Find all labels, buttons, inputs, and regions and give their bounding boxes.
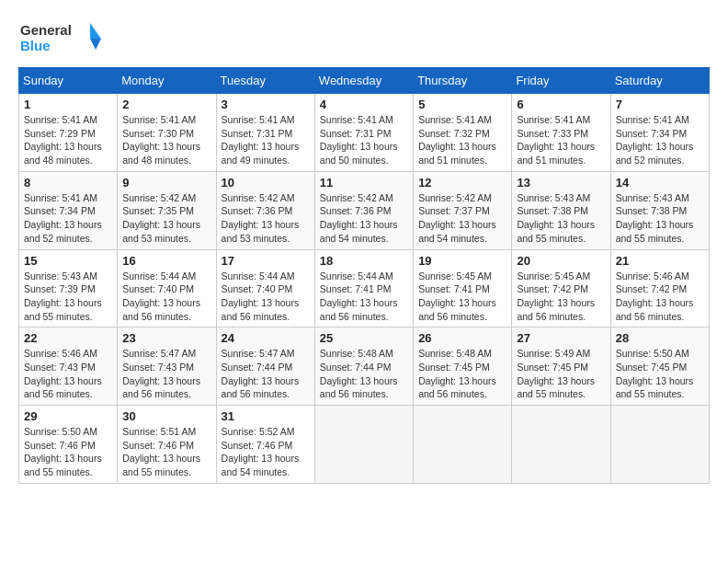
day-number: 26 — [418, 331, 506, 345]
weekday-header-sunday: Sunday — [19, 68, 118, 94]
day-number: 3 — [222, 98, 310, 111]
day-number: 28 — [616, 331, 704, 345]
day-info: Sunrise: 5:50 AMSunset: 7:46 PMDaylight:… — [24, 425, 112, 479]
day-info: Sunrise: 5:43 AMSunset: 7:39 PMDaylight:… — [24, 270, 112, 324]
day-cell: 30Sunrise: 5:51 AMSunset: 7:46 PMDayligh… — [118, 406, 216, 484]
day-cell: 25Sunrise: 5:48 AMSunset: 7:44 PMDayligh… — [314, 327, 413, 406]
day-number: 29 — [24, 409, 112, 423]
day-info: Sunrise: 5:43 AMSunset: 7:38 PMDaylight:… — [616, 191, 704, 246]
day-info: Sunrise: 5:43 AMSunset: 7:38 PMDaylight:… — [517, 191, 605, 246]
day-cell: 10Sunrise: 5:42 AMSunset: 7:36 PMDayligh… — [216, 171, 314, 249]
day-cell: 21Sunrise: 5:46 AMSunset: 7:42 PMDayligh… — [610, 249, 709, 327]
svg-text:Blue: Blue — [20, 38, 51, 53]
day-cell: 29Sunrise: 5:50 AMSunset: 7:46 PMDayligh… — [19, 406, 118, 484]
day-cell: 12Sunrise: 5:42 AMSunset: 7:37 PMDayligh… — [414, 171, 512, 249]
day-cell: 16Sunrise: 5:44 AMSunset: 7:40 PMDayligh… — [118, 249, 216, 327]
day-cell — [512, 406, 610, 484]
day-cell: 11Sunrise: 5:42 AMSunset: 7:36 PMDayligh… — [314, 171, 413, 249]
day-number: 23 — [122, 331, 210, 345]
day-number: 17 — [222, 254, 310, 268]
day-info: Sunrise: 5:51 AMSunset: 7:46 PMDaylight:… — [122, 425, 210, 479]
day-cell — [414, 406, 512, 484]
day-number: 1 — [24, 98, 112, 111]
day-info: Sunrise: 5:41 AMSunset: 7:29 PMDaylight:… — [24, 113, 112, 167]
day-info: Sunrise: 5:44 AMSunset: 7:40 PMDaylight:… — [222, 270, 310, 324]
day-number: 21 — [616, 254, 704, 268]
day-info: Sunrise: 5:47 AMSunset: 7:43 PMDaylight:… — [122, 347, 210, 401]
day-number: 15 — [24, 254, 112, 268]
day-info: Sunrise: 5:41 AMSunset: 7:31 PMDaylight:… — [222, 113, 310, 167]
day-cell: 31Sunrise: 5:52 AMSunset: 7:46 PMDayligh… — [216, 406, 314, 484]
svg-marker-2 — [90, 23, 101, 39]
day-cell: 24Sunrise: 5:47 AMSunset: 7:44 PMDayligh… — [216, 327, 314, 406]
weekday-header-thursday: Thursday — [414, 68, 512, 94]
day-info: Sunrise: 5:45 AMSunset: 7:41 PMDaylight:… — [418, 270, 506, 324]
weekday-header-monday: Monday — [118, 68, 216, 94]
day-cell: 2Sunrise: 5:41 AMSunset: 7:30 PMDaylight… — [118, 94, 216, 172]
day-info: Sunrise: 5:50 AMSunset: 7:45 PMDaylight:… — [616, 347, 704, 401]
day-cell: 6Sunrise: 5:41 AMSunset: 7:33 PMDaylight… — [512, 94, 610, 172]
day-number: 31 — [222, 409, 310, 423]
weekday-header-saturday: Saturday — [610, 68, 709, 94]
day-info: Sunrise: 5:41 AMSunset: 7:32 PMDaylight:… — [418, 113, 506, 167]
day-info: Sunrise: 5:44 AMSunset: 7:40 PMDaylight:… — [122, 270, 210, 324]
day-cell: 3Sunrise: 5:41 AMSunset: 7:31 PMDaylight… — [216, 94, 314, 172]
day-info: Sunrise: 5:49 AMSunset: 7:45 PMDaylight:… — [517, 347, 605, 401]
day-number: 25 — [320, 331, 408, 345]
day-number: 4 — [320, 98, 408, 111]
day-info: Sunrise: 5:41 AMSunset: 7:30 PMDaylight:… — [122, 113, 210, 167]
day-cell: 9Sunrise: 5:42 AMSunset: 7:35 PMDaylight… — [118, 171, 216, 249]
week-row-1: 1Sunrise: 5:41 AMSunset: 7:29 PMDaylight… — [19, 94, 710, 172]
weekday-header-tuesday: Tuesday — [216, 68, 314, 94]
day-number: 27 — [517, 331, 605, 345]
day-cell: 18Sunrise: 5:44 AMSunset: 7:41 PMDayligh… — [314, 249, 413, 327]
day-number: 14 — [616, 176, 704, 190]
day-info: Sunrise: 5:41 AMSunset: 7:34 PMDaylight:… — [24, 191, 112, 246]
day-cell: 5Sunrise: 5:41 AMSunset: 7:32 PMDaylight… — [414, 94, 512, 172]
day-info: Sunrise: 5:45 AMSunset: 7:42 PMDaylight:… — [517, 270, 605, 324]
day-number: 11 — [320, 176, 408, 190]
day-info: Sunrise: 5:41 AMSunset: 7:31 PMDaylight:… — [320, 113, 408, 167]
day-cell: 7Sunrise: 5:41 AMSunset: 7:34 PMDaylight… — [610, 94, 709, 172]
day-cell: 22Sunrise: 5:46 AMSunset: 7:43 PMDayligh… — [19, 327, 118, 406]
day-info: Sunrise: 5:42 AMSunset: 7:36 PMDaylight:… — [222, 191, 310, 246]
calendar-table: SundayMondayTuesdayWednesdayThursdayFrid… — [18, 67, 710, 484]
day-number: 12 — [418, 176, 506, 190]
day-cell — [610, 406, 709, 484]
day-cell: 13Sunrise: 5:43 AMSunset: 7:38 PMDayligh… — [512, 171, 610, 249]
day-cell: 26Sunrise: 5:48 AMSunset: 7:45 PMDayligh… — [414, 327, 512, 406]
day-number: 10 — [222, 176, 310, 190]
day-cell: 19Sunrise: 5:45 AMSunset: 7:41 PMDayligh… — [414, 249, 512, 327]
week-row-2: 8Sunrise: 5:41 AMSunset: 7:34 PMDaylight… — [19, 171, 710, 249]
day-cell: 27Sunrise: 5:49 AMSunset: 7:45 PMDayligh… — [512, 327, 610, 406]
day-info: Sunrise: 5:47 AMSunset: 7:44 PMDaylight:… — [222, 347, 310, 401]
day-number: 18 — [320, 254, 408, 268]
day-info: Sunrise: 5:42 AMSunset: 7:35 PMDaylight:… — [122, 191, 210, 246]
logo-svg: General Blue — [18, 18, 101, 60]
day-number: 22 — [24, 331, 112, 345]
day-info: Sunrise: 5:48 AMSunset: 7:44 PMDaylight:… — [320, 347, 408, 401]
week-row-5: 29Sunrise: 5:50 AMSunset: 7:46 PMDayligh… — [19, 406, 710, 484]
day-number: 16 — [122, 254, 210, 268]
week-row-3: 15Sunrise: 5:43 AMSunset: 7:39 PMDayligh… — [19, 249, 710, 327]
day-cell: 1Sunrise: 5:41 AMSunset: 7:29 PMDaylight… — [19, 94, 118, 172]
weekday-header-wednesday: Wednesday — [314, 68, 413, 94]
day-cell: 15Sunrise: 5:43 AMSunset: 7:39 PMDayligh… — [19, 249, 118, 327]
weekday-header-friday: Friday — [512, 68, 610, 94]
day-info: Sunrise: 5:48 AMSunset: 7:45 PMDaylight:… — [418, 347, 506, 401]
day-number: 8 — [24, 176, 112, 190]
day-info: Sunrise: 5:41 AMSunset: 7:33 PMDaylight:… — [517, 113, 605, 167]
weekday-header-row: SundayMondayTuesdayWednesdayThursdayFrid… — [19, 68, 710, 94]
day-number: 6 — [517, 98, 605, 111]
day-cell: 4Sunrise: 5:41 AMSunset: 7:31 PMDaylight… — [314, 94, 413, 172]
day-cell: 14Sunrise: 5:43 AMSunset: 7:38 PMDayligh… — [610, 171, 709, 249]
day-info: Sunrise: 5:46 AMSunset: 7:43 PMDaylight:… — [24, 347, 112, 401]
logo: General Blue — [18, 18, 101, 60]
day-info: Sunrise: 5:42 AMSunset: 7:36 PMDaylight:… — [320, 191, 408, 246]
day-number: 2 — [122, 98, 210, 111]
svg-text:General: General — [20, 22, 72, 38]
day-cell: 20Sunrise: 5:45 AMSunset: 7:42 PMDayligh… — [512, 249, 610, 327]
day-cell: 28Sunrise: 5:50 AMSunset: 7:45 PMDayligh… — [610, 327, 709, 406]
day-info: Sunrise: 5:42 AMSunset: 7:37 PMDaylight:… — [418, 191, 506, 246]
day-info: Sunrise: 5:46 AMSunset: 7:42 PMDaylight:… — [616, 270, 704, 324]
